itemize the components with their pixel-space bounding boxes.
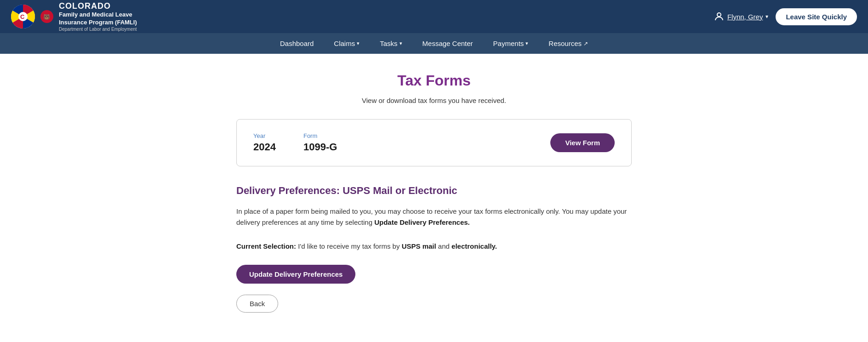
main-nav: Dashboard Claims ▾ Tasks ▾ Message Cente… xyxy=(0,33,868,54)
nav-claims[interactable]: Claims ▾ xyxy=(324,33,370,54)
form-value: 1099-G xyxy=(303,141,337,153)
current-selection-text: Current Selection: I'd like to receive m… xyxy=(236,241,632,252)
svg-text:C: C xyxy=(20,13,25,20)
view-form-button[interactable]: View Form xyxy=(550,133,615,152)
delivery-preferences-section: Delivery Preferences: USPS Mail or Elect… xyxy=(236,185,632,313)
colorado-logo: C xyxy=(11,5,35,28)
nav-dashboard[interactable]: Dashboard xyxy=(270,33,324,54)
dept-text: Department of Labor and Employment xyxy=(59,27,137,32)
current-selection-usps: USPS mail xyxy=(402,242,436,250)
svg-point-5 xyxy=(717,13,721,17)
famli-text: Family and Medical LeaveInsurance Progra… xyxy=(59,11,137,27)
payments-dropdown-icon: ▾ xyxy=(525,40,528,46)
header-left: C 🐻 COLORADO Family and Medical LeaveIns… xyxy=(11,1,137,32)
nav-claims-label: Claims xyxy=(334,40,355,47)
nav-dashboard-label: Dashboard xyxy=(280,40,314,47)
back-button[interactable]: Back xyxy=(236,295,278,313)
resources-external-icon: ↗ xyxy=(583,40,588,47)
main-content: Tax Forms View or download tax forms you… xyxy=(227,54,641,340)
user-menu[interactable]: Flynn, Grey ▾ xyxy=(714,11,769,22)
nav-payments-label: Payments xyxy=(493,40,524,47)
tax-form-fields: Year 2024 Form 1099-G xyxy=(253,132,337,153)
current-selection-electronic: electronically. xyxy=(451,242,497,250)
nav-tasks-label: Tasks xyxy=(380,40,397,47)
header-right: Flynn, Grey ▾ Leave Site Quickly xyxy=(714,8,857,25)
nav-message-center[interactable]: Message Center xyxy=(412,33,483,54)
delivery-section-title: Delivery Preferences: USPS Mail or Elect… xyxy=(236,185,632,197)
page-subtitle: View or download tax forms you have rece… xyxy=(236,97,632,104)
year-field-group: Year 2024 xyxy=(253,132,276,153)
current-selection-and: and xyxy=(436,242,451,250)
svg-text:🐻: 🐻 xyxy=(43,13,50,20)
form-label: Form xyxy=(303,132,337,139)
year-label: Year xyxy=(253,132,276,139)
user-icon xyxy=(714,11,725,22)
nav-payments[interactable]: Payments ▾ xyxy=(483,33,539,54)
user-dropdown-icon: ▾ xyxy=(765,13,768,20)
header-title-group: COLORADO Family and Medical LeaveInsuran… xyxy=(59,1,137,32)
form-field-group: Form 1099-G xyxy=(303,132,337,153)
nav-tasks[interactable]: Tasks ▾ xyxy=(370,33,412,54)
year-value: 2024 xyxy=(253,141,276,153)
current-selection-part1: I'd like to receive my tax forms by xyxy=(296,242,402,250)
user-name[interactable]: Flynn, Grey xyxy=(727,13,763,21)
update-delivery-preferences-button[interactable]: Update Delivery Preferences xyxy=(236,265,355,284)
tax-form-card: Year 2024 Form 1099-G View Form xyxy=(236,119,632,166)
header: C 🐻 COLORADO Family and Medical LeaveIns… xyxy=(0,0,868,33)
famli-logo: 🐻 xyxy=(40,10,53,23)
claims-dropdown-icon: ▾ xyxy=(357,40,360,46)
leave-site-button[interactable]: Leave Site Quickly xyxy=(776,8,857,25)
delivery-desc-bold: Update Delivery Preferences. xyxy=(374,218,470,226)
delivery-description: In place of a paper form being mailed to… xyxy=(236,206,632,228)
nav-message-center-label: Message Center xyxy=(423,40,473,47)
nav-resources[interactable]: Resources ↗ xyxy=(538,33,598,54)
colorado-text: COLORADO xyxy=(59,1,137,11)
tasks-dropdown-icon: ▾ xyxy=(400,40,402,46)
nav-resources-label: Resources xyxy=(548,40,582,47)
current-selection-label: Current Selection: xyxy=(236,242,296,250)
page-title: Tax Forms xyxy=(236,72,632,89)
